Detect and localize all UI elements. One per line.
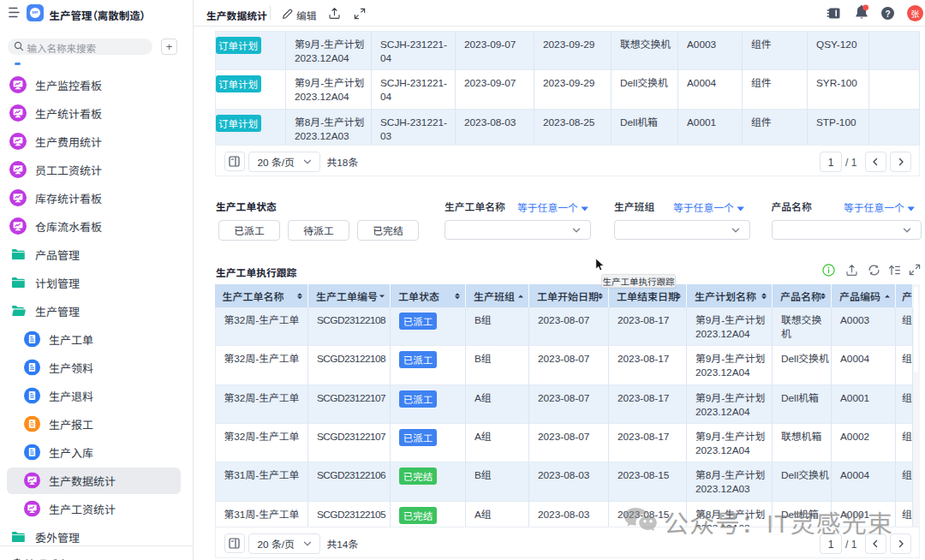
svg-text:ERP: ERP	[32, 11, 39, 15]
